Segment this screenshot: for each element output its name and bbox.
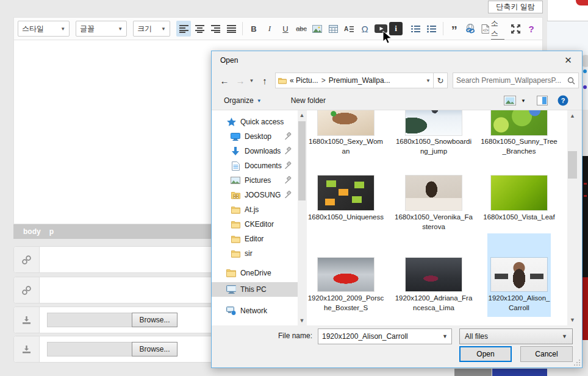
cancel-button[interactable]: Cancel [520,346,573,362]
numbered-list-button[interactable] [409,21,423,37]
align-left-button[interactable] [176,21,191,37]
file-item[interactable]: 1680x1050_Sunny_Tree_Branches [487,110,551,163]
align-right-icon [211,25,220,33]
file-item[interactable]: 1920x1200_2009_Porsche_Boxster_S [314,233,378,317]
file-thumbnail [406,110,462,135]
sidebar-item-pictures[interactable]: Pictures [212,174,298,187]
chevron-down-icon: ▼ [118,26,123,32]
sidebar-scrollbar[interactable]: ▲ ▼ [298,110,306,325]
resize-grip[interactable] [574,360,580,366]
maximize-icon [511,24,520,34]
open-button[interactable]: Open [459,346,512,362]
nav-up-button[interactable]: ↑ [258,74,271,87]
special-char-button[interactable]: Ω [357,21,372,37]
background-logo-fragment [576,0,588,5]
path-p[interactable]: p [49,227,54,236]
font-dropdown[interactable]: 글꼴▼ [76,21,127,37]
breadcrumb-current[interactable]: Premium_Wallpa... [329,76,390,85]
source-doc-icon: </> [481,24,489,34]
search-input[interactable] [456,76,567,85]
sidebar-item-joosung[interactable]: JOOSUNG [212,188,298,202]
strikethrough-button[interactable]: abc [294,21,309,37]
address-bar[interactable]: « Pictu... > Premium_Wallpa... ▼ [275,73,434,88]
bold-button[interactable]: B [246,21,261,37]
file-item[interactable]: 1680x1050_Snowboarding_jump [402,110,465,163]
scroll-up-icon[interactable]: ▲ [298,112,306,118]
file-item[interactable]: 1920x1200_Adriana_Francesca_Lima [402,233,465,317]
browse-button[interactable]: Browse... [132,313,177,327]
sidebar-item-sir[interactable]: sir [212,247,298,260]
bullet-list-button[interactable] [425,21,439,37]
sidebar-item-this-pc[interactable]: This PC [212,282,298,297]
close-button[interactable]: ✕ [554,51,582,69]
shortcut-list-button[interactable]: 단축키 일람 [488,1,543,13]
this-pc-icon [226,285,236,294]
pin-icon [284,147,292,154]
new-folder-button[interactable]: New folder [291,96,326,105]
search-icon [567,77,575,85]
sidebar-item-ckeditor[interactable]: CKEditor [212,218,298,231]
thumbnail-view-icon[interactable] [504,96,516,105]
line-height-button[interactable]: A [342,21,356,37]
path-body[interactable]: body [23,227,41,236]
scroll-down-icon[interactable]: ▼ [567,317,578,323]
refresh-button[interactable]: ↻ [434,73,448,88]
sidebar-item-atjs[interactable]: At.js [212,203,298,216]
bullet-list-icon [427,25,436,33]
image-button[interactable] [310,21,324,37]
file-thumbnail [318,176,374,210]
svg-text:?: ? [561,97,565,104]
maximize-button[interactable] [508,21,523,37]
sidebar-item-quick-access[interactable]: Quick access [212,115,298,129]
breadcrumb-parent[interactable]: « Pictu... [290,76,318,85]
browse-button[interactable]: Browse... [132,342,177,356]
align-center-button[interactable] [192,21,207,37]
up-icon: ↑ [262,76,267,86]
align-right-button[interactable] [208,21,223,37]
file-item[interactable]: 1680x1050_Veronika_Fasterova [402,171,465,232]
chevron-down-icon[interactable]: ▼ [521,98,526,104]
size-dropdown[interactable]: 크기▼ [133,21,170,37]
help-icon[interactable]: ? [558,95,568,106]
file-name-combobox[interactable]: 1920x1200_Alison_Carroll ▼ [318,328,452,344]
file-type-select[interactable]: All files ▼ [459,328,573,344]
source-button[interactable]: </> 소스 [481,18,504,40]
table-button[interactable] [326,21,340,37]
organize-button[interactable]: Organize ▼ [224,96,262,105]
folder-icon [231,219,240,229]
sidebar-item-documents[interactable]: Documents [212,159,298,172]
file-item[interactable]: 1680x1050_Sexy_Woman [314,110,378,163]
italic-button[interactable]: I [262,21,277,37]
nav-forward-button[interactable]: → [234,74,247,87]
sidebar-item-onedrive[interactable]: OneDrive [212,266,298,280]
folder-icon [226,268,236,278]
chevron-down-icon[interactable]: ▼ [426,78,431,83]
chevron-down-icon: ▼ [562,333,567,339]
nav-history-button[interactable]: ▼ [248,74,256,87]
scroll-up-icon[interactable]: ▲ [567,113,578,119]
preview-pane-icon[interactable] [537,96,548,105]
star-icon [226,117,236,127]
file-item-selected[interactable]: 1920x1200_Alison_Carroll [487,233,551,317]
scrollbar-thumb[interactable] [568,151,577,179]
sidebar-item-desktop[interactable]: Desktop [212,130,298,143]
file-list-scrollbar[interactable]: ▲ ▼ [567,110,578,325]
link-addon [14,277,40,303]
editor-toolbar: 스타일▼ 글꼴▼ 크기▼ B I U abc A Ω i ” [13,17,543,40]
scrollbar-thumb[interactable] [298,121,306,200]
underline-button[interactable]: U [278,21,293,37]
scroll-down-icon[interactable]: ▼ [298,317,306,324]
sidebar-item-editor[interactable]: Editor [212,232,298,246]
blockquote-button[interactable]: ” [447,21,462,37]
style-dropdown[interactable]: 스타일▼ [18,21,70,37]
download-tray-icon [22,345,31,354]
chevron-down-icon: ▼ [257,98,262,104]
file-item[interactable]: 1680x1050_Uniqueness [314,171,378,232]
nav-back-button[interactable]: ← [218,74,231,87]
sidebar-item-downloads[interactable]: Downloads [212,144,298,158]
align-justify-button[interactable] [224,21,238,37]
file-item[interactable]: 1680x1050_Vista_Leaf [487,171,551,232]
help-button[interactable]: ? [524,21,539,37]
link-button[interactable] [463,21,478,37]
sidebar-item-network[interactable]: Network [212,304,298,317]
